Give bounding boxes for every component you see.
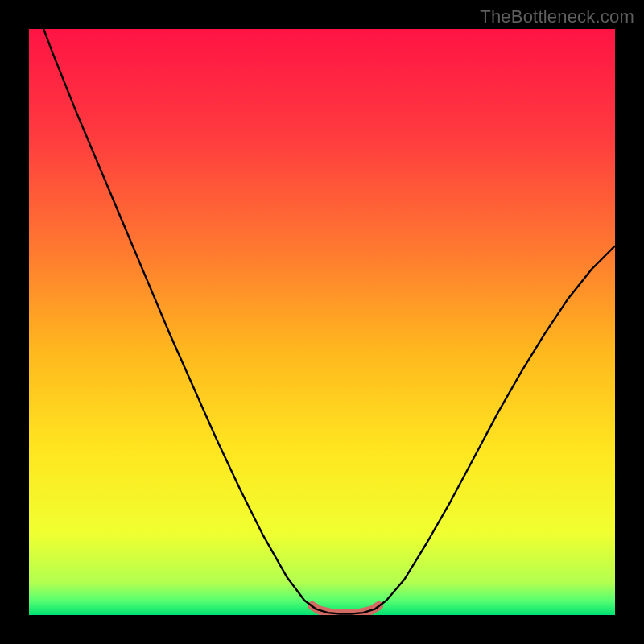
chart-svg [29,29,615,615]
chart-frame: TheBottleneck.com [0,0,644,644]
plot-area [29,29,615,615]
background-gradient [29,29,615,615]
watermark-text: TheBottleneck.com [480,6,634,27]
